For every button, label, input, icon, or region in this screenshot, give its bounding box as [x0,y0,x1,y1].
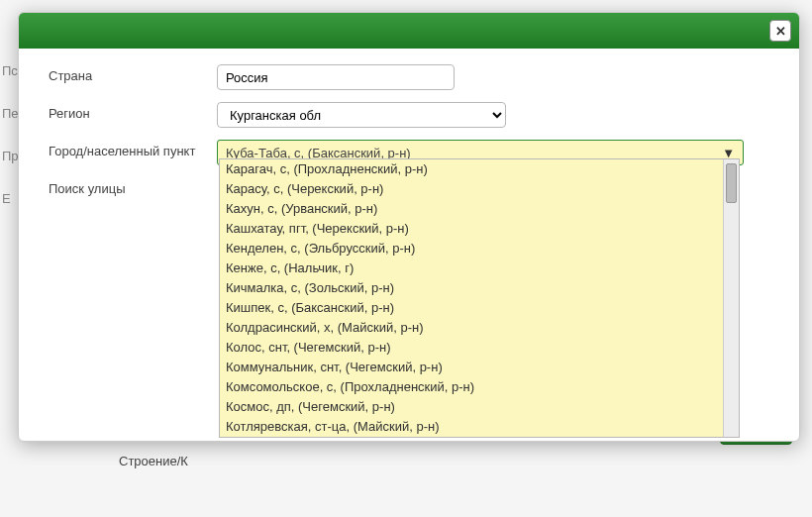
city-option[interactable]: Карагач, с, (Прохладненский, р-н) [220,159,723,179]
address-modal: ✕ Страна Регион Курганская обл Город/нас… [18,12,800,442]
city-option[interactable]: Колос, снт, (Чегемский, р-н) [220,338,723,358]
city-label: Город/населенный пункт [49,140,207,158]
modal-header: ✕ [19,13,799,49]
bg-label: Пс [0,63,18,78]
city-option[interactable]: Кичмалка, с, (Зольский, р-н) [220,278,723,298]
region-select[interactable]: Курганская обл [217,102,506,128]
scrollbar[interactable] [723,159,739,437]
close-button[interactable]: ✕ [769,20,791,42]
city-option[interactable]: Котляревская, ст-ца, (Майский, р-н) [220,417,723,437]
city-option[interactable]: Кашхатау, пгт, (Черекский, р-н) [220,219,723,239]
city-option[interactable]: Кенже, с, (Нальчик, г) [220,258,723,278]
city-dropdown-list: Карагач, с, (Прохладненский, р-н)Карасу,… [220,159,723,437]
bg-label: Пе [0,106,18,121]
city-option[interactable]: Космос, дп, (Чегемский, р-н) [220,397,723,417]
city-option[interactable]: Комсомольское, с, (Прохладненский, р-н) [220,377,723,397]
city-option[interactable]: Коммунальник, снт, (Чегемский, р-н) [220,358,723,377]
city-option[interactable]: Кишпек, с, (Баксанский, р-н) [220,298,723,318]
bg-label: Е [0,191,18,206]
scrollbar-thumb[interactable] [726,163,737,203]
street-label: Поиск улицы [49,177,207,196]
country-input[interactable] [217,64,455,90]
bg-label: Пр [0,149,18,163]
country-label: Страна [49,64,207,83]
city-option[interactable]: Кенделен, с, (Эльбрусский, р-н) [220,239,723,258]
close-icon: ✕ [775,24,786,39]
building-label: Строение/К [119,454,188,468]
city-dropdown: Карагач, с, (Прохладненский, р-н)Карасу,… [219,158,740,438]
city-option[interactable]: Кахун, с, (Урванский, р-н) [220,199,723,219]
region-label: Регион [49,102,207,121]
background-left-column: Пс Пе Пр Е [0,0,18,517]
city-option[interactable]: Карасу, с, (Черекский, р-н) [220,179,723,199]
city-option[interactable]: Колдрасинский, х, (Майский, р-н) [220,318,723,338]
